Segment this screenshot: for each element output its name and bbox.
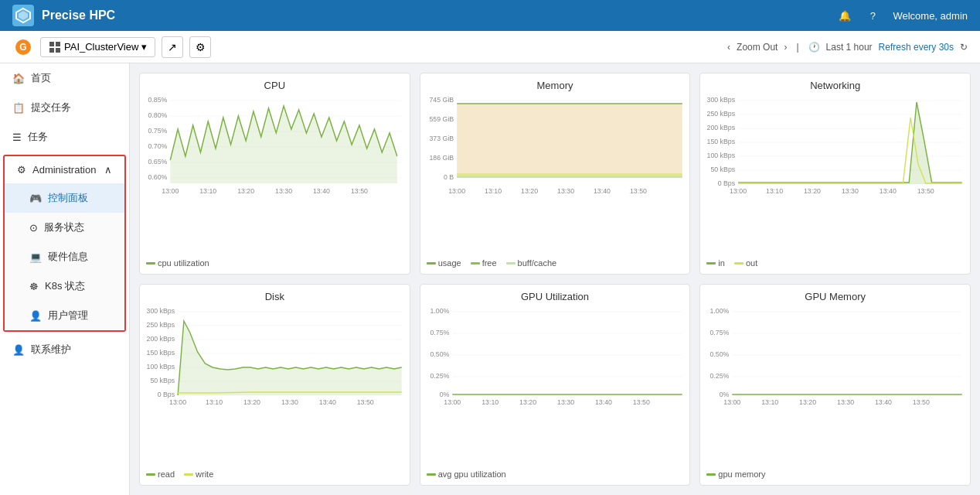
svg-text:0.75%: 0.75% (430, 329, 449, 336)
sidebar-item-home[interactable]: 🏠 首页 (0, 63, 129, 93)
cluster-view-button[interactable]: PAI_ClusterView ▾ (40, 37, 155, 57)
sidebar-item-service-status[interactable]: ⊙ 服务状态 (5, 213, 124, 242)
admin-icon: ⚙ (17, 164, 26, 176)
net-out-label: out (746, 258, 757, 268)
memory-legend-free: free (471, 258, 497, 268)
svg-marker-20 (170, 106, 397, 183)
gpu-memory-svg: 1.00% 0.75% 0.50% 0.25% 0% 13:00 13:10 1… (706, 306, 964, 406)
sidebar-item-jobs[interactable]: ☰ 任务 (0, 122, 129, 152)
export-button[interactable]: ↗ (162, 36, 183, 58)
home-icon: 🏠 (12, 73, 25, 84)
svg-text:13:10: 13:10 (762, 398, 779, 406)
svg-text:13:50: 13:50 (917, 187, 934, 195)
gpu-util-chart-area: 1.00% 0.75% 0.50% 0.25% 0% 13:00 13:10 1… (427, 306, 684, 466)
help-icon[interactable]: ? (865, 8, 880, 23)
k8s-icon: ☸ (29, 281, 39, 292)
support-icon: 👤 (12, 344, 25, 356)
gpu-memory-chart-area: 1.00% 0.75% 0.50% 0.25% 0% 13:00 13:10 1… (706, 306, 964, 466)
usage-label: usage (438, 258, 461, 268)
gpu-util-label: avg gpu utilization (438, 469, 506, 479)
admin-group-header[interactable]: ⚙ Administration ∧ (5, 156, 124, 183)
sidebar-item-hardware[interactable]: 💻 硬件信息 (5, 242, 124, 271)
refresh-label[interactable]: Refresh every 30s (879, 42, 954, 53)
svg-text:13:00: 13:00 (169, 398, 186, 406)
svg-text:1.00%: 1.00% (710, 307, 730, 315)
gpu-util-legend: avg gpu utilization (427, 469, 684, 479)
svg-text:13:40: 13:40 (875, 398, 892, 406)
sidebar: 🏠 首页 📋 提交任务 ☰ 任务 ⚙ Administration ∧ 🎮 (0, 63, 130, 495)
svg-text:0 B: 0 B (444, 173, 454, 181)
content-area: CPU 0.85% 0.80% 0.75% 0.70% 0.65% 0.60% (130, 63, 980, 495)
svg-text:0.85%: 0.85% (148, 96, 167, 104)
sidebar-item-k8s[interactable]: ☸ K8s 状态 (5, 271, 124, 301)
app-logo (12, 5, 34, 26)
svg-text:0.50%: 0.50% (430, 350, 449, 358)
topbar-right: 🔔 ? Welcome, admin (837, 8, 968, 23)
home-label: 首页 (31, 71, 51, 85)
svg-text:200 kBps: 200 kBps (147, 335, 175, 343)
svg-rect-4 (49, 42, 54, 46)
main-layout: 🏠 首页 📋 提交任务 ☰ 任务 ⚙ Administration ∧ 🎮 (0, 63, 980, 495)
svg-marker-37 (457, 104, 682, 178)
svg-text:200 kBps: 200 kBps (707, 124, 736, 131)
networking-title: Networking (706, 80, 964, 91)
memory-chart-area: 745 GiB 559 GiB 373 GiB 186 GiB 0 B (427, 94, 684, 255)
svg-text:0%: 0% (439, 391, 449, 398)
svg-text:150 kBps: 150 kBps (707, 138, 736, 145)
disk-title: Disk (146, 291, 403, 302)
chevron-right[interactable]: › (784, 42, 787, 53)
svg-text:1.00%: 1.00% (430, 307, 449, 315)
sidebar-item-support[interactable]: 👤 联系维护 (0, 335, 129, 364)
svg-text:13:30: 13:30 (837, 398, 854, 406)
buff-label: buff/cache (518, 258, 557, 268)
zoom-out-label[interactable]: Zoom Out (737, 42, 778, 53)
svg-text:G: G (19, 42, 26, 53)
gpu-memory-title: GPU Memory (706, 291, 964, 302)
cpu-svg: 0.85% 0.80% 0.75% 0.70% 0.65% 0.60% (146, 94, 403, 195)
svg-text:13:40: 13:40 (319, 398, 336, 406)
svg-text:13:00: 13:00 (444, 398, 461, 406)
svg-text:13:30: 13:30 (275, 187, 292, 195)
chevron-left[interactable]: ‹ (727, 42, 730, 53)
svg-text:13:20: 13:20 (804, 187, 821, 195)
refresh-icon[interactable]: ↻ (960, 42, 968, 53)
user-mgmt-label: 用户管理 (48, 309, 88, 323)
memory-svg: 745 GiB 559 GiB 373 GiB 186 GiB 0 B (427, 94, 684, 195)
svg-text:0 Bps: 0 Bps (158, 391, 175, 398)
sidebar-item-user-mgmt[interactable]: 👤 用户管理 (5, 301, 124, 330)
gpu-memory-legend: gpu memory (706, 469, 964, 479)
svg-text:0.60%: 0.60% (148, 173, 167, 181)
sidebar-item-dashboard[interactable]: 🎮 控制面板 (5, 183, 124, 213)
svg-text:13:00: 13:00 (730, 187, 747, 195)
admin-label: Administration (32, 164, 96, 176)
grafana-icon[interactable]: G (12, 36, 34, 58)
svg-text:150 kBps: 150 kBps (147, 349, 175, 357)
svg-text:13:40: 13:40 (595, 398, 612, 406)
disk-write-label: write (196, 469, 213, 479)
svg-rect-5 (56, 42, 60, 46)
jobs-label: 任务 (28, 130, 48, 144)
gpu-memory-label: gpu memory (718, 469, 765, 479)
settings-button[interactable]: ⚙ (189, 36, 211, 58)
support-label: 联系维护 (31, 343, 71, 357)
jobs-icon: ☰ (12, 131, 22, 143)
memory-legend-buff: buff/cache (506, 258, 557, 268)
notification-icon[interactable]: 🔔 (837, 8, 852, 23)
svg-text:13:30: 13:30 (557, 398, 574, 406)
disk-svg: 300 kBps 250 kBps 200 kBps 150 kBps 100 … (146, 306, 403, 406)
memory-legend-usage: usage (427, 258, 461, 268)
svg-text:13:40: 13:40 (880, 187, 897, 195)
svg-text:100 kBps: 100 kBps (707, 152, 736, 159)
time-range-label[interactable]: Last 1 hour (826, 42, 873, 53)
sidebar-item-submit-job[interactable]: 📋 提交任务 (0, 93, 129, 122)
memory-chart: Memory 745 GiB 559 GiB 373 GiB 186 GiB 0… (420, 73, 691, 275)
subtoolbar: G PAI_ClusterView ▾ ↗ ⚙ ‹ Zoom Out › | 🕐… (0, 31, 980, 63)
admin-chevron: ∧ (104, 164, 112, 176)
svg-text:13:10: 13:10 (485, 187, 502, 195)
svg-text:13:00: 13:00 (448, 187, 465, 195)
svg-text:0.25%: 0.25% (430, 372, 449, 380)
svg-text:50 kBps: 50 kBps (711, 166, 736, 173)
networking-chart-area: 300 kBps 250 kBps 200 kBps 150 kBps 100 … (706, 94, 964, 255)
cpu-legend-item: cpu utilization (146, 258, 209, 268)
clock-icon: 🕐 (808, 42, 820, 53)
